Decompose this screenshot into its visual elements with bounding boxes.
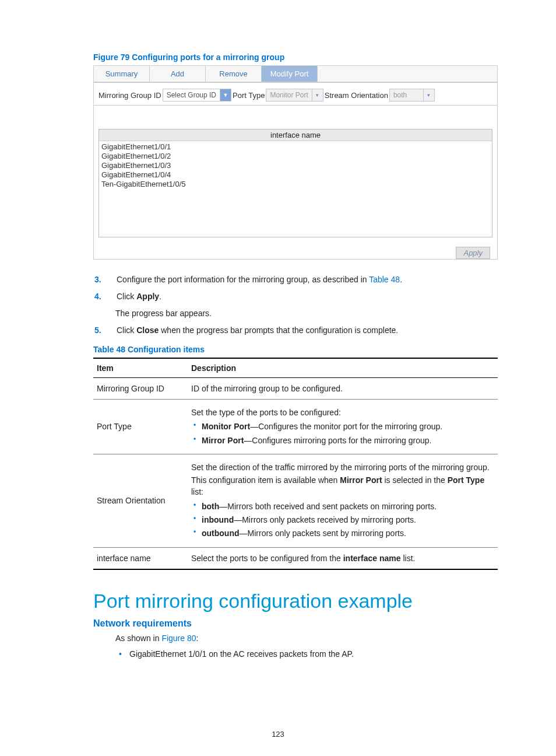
figure-caption: Figure 79 Configuring ports for a mirror… [93,52,498,62]
step-number: 3. [93,274,117,286]
cell-item: Stream Orientation [93,454,188,547]
step-4-text-b: . [159,292,161,301]
row3-bullet-3: outbound—Mirrors only packets sent by mi… [191,527,494,539]
table-row: Mirroring Group ID ID of the mirroring g… [93,378,498,400]
tab-add[interactable]: Add [150,66,206,82]
row2-intro: Set the type of the ports to be configur… [191,407,494,418]
intro-line: As shown in Figure 80: [115,632,498,645]
cell-desc: Set the direction of the traffic mirrore… [188,454,498,547]
label-stream-orientation: Stream Orientation [325,91,388,100]
interface-row[interactable]: GigabitEthernet1/0/2 [101,152,490,161]
cell-desc: Select the ports to be configured from t… [188,547,498,569]
row2-bullet-1: Monitor Port—Configures the monitor port… [191,421,494,432]
label-mirroring-group-id: Mirroring Group ID [98,91,161,100]
label-port-type: Port Type [233,91,265,100]
step-3: 3. Configure the port information for th… [93,274,498,286]
step-4: 4. Click Apply. [93,290,498,303]
row3-p1: Set the direction of the traffic mirrore… [191,461,494,473]
dropdown-stream-orientation[interactable]: both ▾ [389,89,435,102]
chevron-down-icon: ▼ [220,89,231,101]
dropdown-group-id[interactable]: Select Group ID ▼ [163,89,231,102]
tab-bar: Summary Add Remove Modify Port [94,66,497,82]
dropdown-port-type-value: Monitor Port [270,91,308,99]
table-row: Port Type Set the type of the ports to b… [93,400,498,454]
tab-summary[interactable]: Summary [94,66,150,82]
interface-table: interface name GigabitEthernet1/0/1 Giga… [98,129,492,237]
step-4-sub: The progress bar appears. [115,307,498,320]
subsection-heading: Network requirements [93,618,498,629]
interface-row[interactable]: GigabitEthernet1/0/1 [101,142,490,152]
controls-row: Mirroring Group ID Select Group ID ▼ Por… [94,82,497,106]
table-row: interface name Select the ports to be co… [93,547,498,569]
requirements-list: GigabitEthernet 1/0/1 on the AC receives… [115,648,498,660]
interface-row[interactable]: GigabitEthernet1/0/4 [101,170,490,180]
step-4-bold: Apply [136,292,159,301]
row3-bullet-2: inbound—Mirrors only packets received by… [191,514,494,526]
link-figure-80[interactable]: Figure 80 [161,634,196,643]
interface-table-body[interactable]: GigabitEthernet1/0/1 GigabitEthernet1/0/… [99,141,492,237]
step-5-text-a: Click [117,326,136,335]
chevron-down-icon: ▾ [312,89,323,101]
dropdown-group-id-value: Select Group ID [167,91,216,99]
row3-p2: This configuration item is available whe… [191,474,494,498]
th-description: Description [188,358,498,378]
step-5-text-b: when the progress bar prompts that the c… [159,326,398,335]
step-4-text-a: Click [117,292,136,301]
cell-desc: ID of the mirroring group to be configur… [188,378,498,400]
steps-list: 3. Configure the port information for th… [93,274,498,337]
cell-desc: Set the type of the ports to be configur… [188,400,498,454]
table-row: Stream Orientation Set the direction of … [93,454,498,547]
cell-item: Mirroring Group ID [93,378,188,400]
figure-screenshot: Summary Add Remove Modify Port Mirroring… [93,65,498,260]
step-3-text-b: . [400,275,402,284]
step-3-text-a: Configure the port information for the m… [117,275,369,284]
row3-bullet-1: both—Mirrors both received and sent pack… [191,501,494,512]
step-5: 5. Click Close when the progress bar pro… [93,324,498,337]
interface-row[interactable]: GigabitEthernet1/0/3 [101,161,490,170]
tab-spacer [318,66,497,82]
row2-bullet-2: Mirror Port—Configures mirroring ports f… [191,435,494,446]
step-5-bold: Close [136,326,159,335]
tab-remove[interactable]: Remove [206,66,262,82]
table-caption: Table 48 Configuration items [93,345,498,354]
interface-table-header: interface name [99,130,492,141]
page-number: 123 [0,730,556,738]
apply-button[interactable]: Apply [456,247,490,259]
dropdown-port-type[interactable]: Monitor Port ▾ [266,89,323,102]
link-table-48[interactable]: Table 48 [369,275,400,284]
step-number: 4. [93,290,117,303]
step-number: 5. [93,324,117,337]
tab-modify-port[interactable]: Modify Port [262,66,318,82]
config-table: Item Description Mirroring Group ID ID o… [93,358,498,570]
section-heading: Port mirroring configuration example [93,590,498,612]
interface-row[interactable]: Ten-GigabitEthernet1/0/5 [101,180,490,189]
chevron-down-icon: ▾ [423,89,434,101]
requirement-item: GigabitEthernet 1/0/1 on the AC receives… [115,648,498,660]
dropdown-stream-orientation-value: both [393,91,407,99]
cell-item: Port Type [93,400,188,454]
th-item: Item [93,358,188,378]
cell-item: interface name [93,547,188,569]
